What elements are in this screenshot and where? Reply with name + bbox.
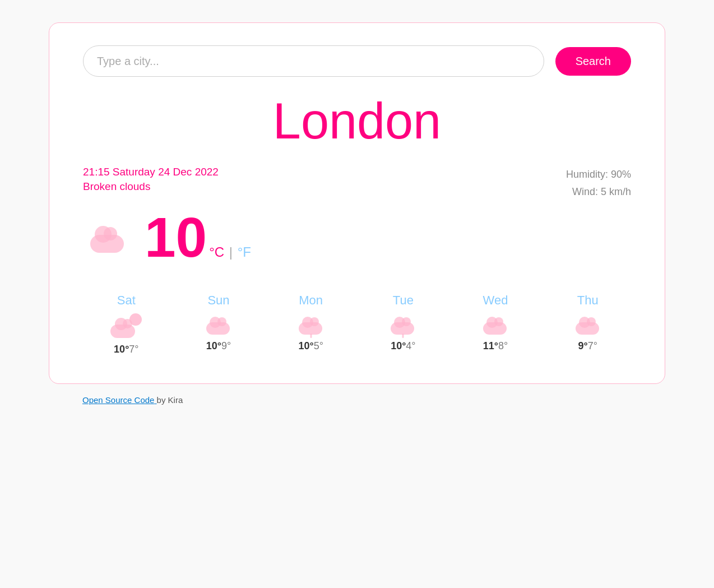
temperature-display: 10 °C | °F <box>145 209 251 265</box>
forecast-item: Sat 10°7° <box>83 293 170 355</box>
forecast-icon <box>204 313 233 335</box>
forecast-temps: 10°5° <box>298 340 323 352</box>
humidity-wind-info: Humidity: 90% Wind: 5 km/h <box>566 166 631 200</box>
unit-separator: | <box>229 244 237 260</box>
forecast-low: 4° <box>406 340 415 351</box>
source-code-link[interactable]: Open Source Code <box>82 395 157 405</box>
forecast-temps: 10°7° <box>114 344 138 355</box>
wind-label: Wind: 5 km/h <box>566 183 631 201</box>
city-name: London <box>83 94 631 149</box>
forecast-low: 8° <box>498 340 508 351</box>
search-row: Search <box>83 45 631 77</box>
forecast-day: Sat <box>117 293 136 308</box>
forecast-day: Wed <box>483 293 508 308</box>
cloud-icon <box>481 313 510 335</box>
forecast-temps: 10°9° <box>206 340 231 352</box>
forecast-low: 5° <box>314 340 323 351</box>
forecast-high: 10° <box>298 340 313 351</box>
forecast-icon <box>110 313 142 338</box>
forecast-day: Tue <box>393 293 414 308</box>
forecast-item: Mon 10°5° <box>267 293 354 352</box>
forecast-icon <box>573 313 602 335</box>
cloud-icon <box>388 313 418 335</box>
temperature-units: °C | °F <box>209 244 251 260</box>
forecast-item: Thu 9°7° <box>544 293 631 352</box>
forecast-row: Sat 10°7°Sun 10°9°Mon <box>83 293 631 355</box>
forecast-low: 7° <box>129 344 138 355</box>
datetime-humidity-row: 21:15 Saturday 24 Dec 2022 Broken clouds… <box>83 166 631 200</box>
forecast-high: 11° <box>483 340 498 351</box>
forecast-high: 10° <box>206 340 221 351</box>
forecast-icon <box>388 313 418 335</box>
forecast-temps: 10°4° <box>391 340 415 352</box>
current-weather-icon <box>83 212 133 262</box>
forecast-icon <box>481 313 510 335</box>
cloud-icon <box>296 313 326 335</box>
broken-cloud-icon <box>86 222 131 253</box>
forecast-high: 9° <box>578 340 587 351</box>
fahrenheit-unit[interactable]: °F <box>238 244 251 260</box>
forecast-temps: 11°8° <box>483 340 508 352</box>
cloud-icon <box>204 313 233 335</box>
city-search-input[interactable] <box>83 45 544 77</box>
celsius-unit[interactable]: °C <box>209 244 224 260</box>
forecast-icon <box>296 313 326 335</box>
forecast-item: Wed 11°8° <box>452 293 539 352</box>
temperature-value: 10 <box>145 209 207 265</box>
forecast-item: Tue 10°4° <box>360 293 447 352</box>
footer: Open Source Code by Kira <box>82 395 183 405</box>
footer-suffix: by Kira <box>157 395 183 405</box>
forecast-day: Mon <box>299 293 323 308</box>
weather-description: Broken clouds <box>83 180 219 193</box>
weather-card: Search London 21:15 Saturday 24 Dec 2022… <box>49 22 665 384</box>
cloud-icon <box>573 313 602 335</box>
sun-cloud-icon <box>110 313 142 338</box>
forecast-day: Sun <box>207 293 229 308</box>
forecast-high: 10° <box>114 344 129 355</box>
forecast-low: 9° <box>221 340 231 351</box>
datetime-left: 21:15 Saturday 24 Dec 2022 Broken clouds <box>83 166 219 193</box>
forecast-temps: 9°7° <box>578 340 597 352</box>
search-button[interactable]: Search <box>555 47 631 76</box>
datetime-text: 21:15 Saturday 24 Dec 2022 <box>83 166 219 178</box>
forecast-day: Thu <box>577 293 599 308</box>
temperature-row: 10 °C | °F <box>83 209 631 265</box>
forecast-high: 10° <box>391 340 406 351</box>
humidity-label: Humidity: 90% <box>566 166 631 183</box>
source-code-link-text: Open Source Code <box>82 395 154 405</box>
forecast-low: 7° <box>588 340 597 351</box>
forecast-item: Sun 10°9° <box>175 293 262 352</box>
